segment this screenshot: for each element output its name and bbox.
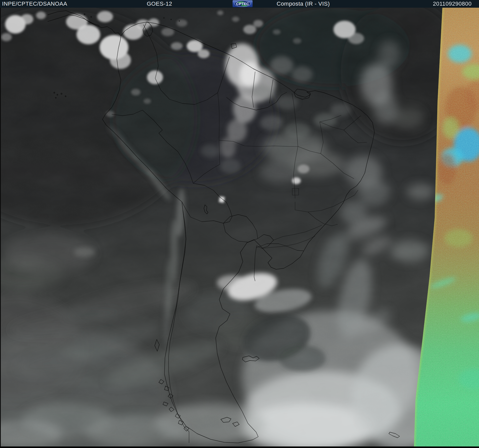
sensor-grain-texture: [0, 8, 479, 448]
cptec-logo-text: CPTEC: [236, 2, 249, 6]
header-bar: INPE/CPTEC/DSA NOAA GOES-12 CPTEC Compos…: [0, 0, 479, 8]
bottom-black-bar: [0, 446, 479, 448]
timestamp-label: 201109290800: [433, 1, 472, 7]
satellite-image-viewer: INPE/CPTEC/DSA NOAA GOES-12 CPTEC Compos…: [0, 0, 479, 448]
noaa-label: NOAA: [51, 1, 67, 7]
agency-label: INPE/CPTEC/DSA: [2, 1, 51, 7]
satellite-label: GOES-12: [147, 1, 172, 7]
cptec-logo-icon: CPTEC: [233, 0, 253, 7]
left-edge-bar: [0, 8, 1, 448]
satellite-map: [0, 8, 479, 448]
product-label: Composta (IR - VIS): [277, 1, 330, 7]
